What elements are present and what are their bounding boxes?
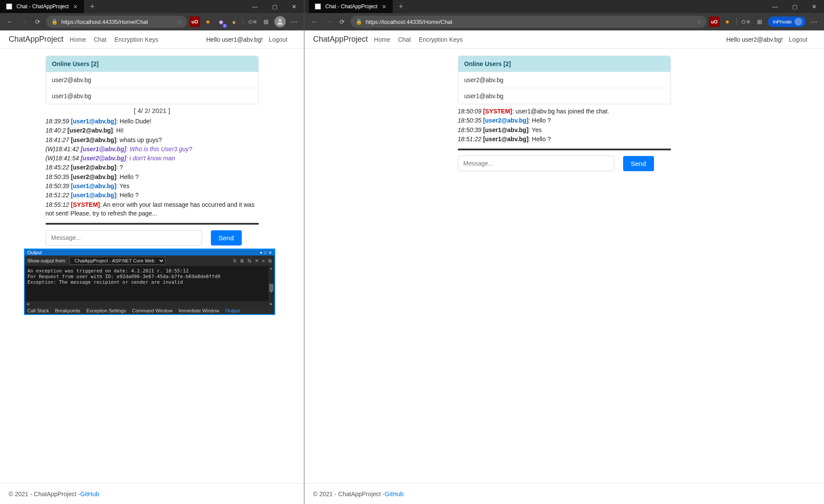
forward-button[interactable]: → xyxy=(18,16,30,27)
minimize-button[interactable]: ― xyxy=(765,0,785,13)
favorites-icon[interactable]: ✩≡ xyxy=(740,16,751,27)
vs-toolbar: Show output from: ChatAppProject - ASP.N… xyxy=(25,255,274,266)
vs-max-icon[interactable]: □ xyxy=(264,250,267,255)
extension-orange-icon[interactable]: ● xyxy=(722,17,733,27)
minimize-button[interactable]: ― xyxy=(245,0,265,13)
favorite-icon[interactable]: ✩ xyxy=(697,19,701,25)
extension-orange-icon[interactable]: ● xyxy=(203,17,213,27)
vs-tab-immediate-window[interactable]: Immediate Window xyxy=(179,308,220,313)
chat-message: 18:50:35 [user2@abv.bg]: Hello ? xyxy=(46,172,259,181)
online-user-item[interactable]: user1@abv.bg xyxy=(458,88,671,104)
vs-tab-command-window[interactable]: Command Window xyxy=(132,308,173,313)
logout-link[interactable]: Logout xyxy=(789,36,807,43)
menu-button[interactable]: ⋯ xyxy=(808,16,820,27)
vs-title-text: Output xyxy=(27,250,42,255)
chat-message: 18:51:22 [user1@abv.bg]: Hello ? xyxy=(458,135,671,143)
vs-tb-icon[interactable]: ✕ xyxy=(255,258,259,264)
nav-home[interactable]: Home xyxy=(374,36,390,43)
ublock-icon[interactable]: uO xyxy=(190,17,200,27)
close-tab-icon[interactable]: ✕ xyxy=(73,3,78,10)
msg-user: [user1@abv.bg] xyxy=(71,192,116,199)
chat-message: 18:55:12 [SYSTEM]: An error with your la… xyxy=(46,200,259,218)
message-input[interactable] xyxy=(458,156,614,171)
inprivate-badge[interactable]: InPrivate xyxy=(768,17,806,27)
nav-encryption-keys[interactable]: Encryption Keys xyxy=(114,36,158,43)
new-tab-button[interactable]: + xyxy=(396,2,406,11)
vs-close-icon[interactable]: ✕ xyxy=(268,250,272,255)
online-users-header: Online Users [2] xyxy=(46,56,258,72)
hello-user: Hello user1@abv.bg! xyxy=(206,36,263,43)
lock-icon: 🔒 xyxy=(51,19,58,25)
address-field[interactable]: 🔒 https://localhost:44335/Home/Chat ✩ xyxy=(46,16,187,28)
maximize-button[interactable]: ▢ xyxy=(785,0,804,13)
maximize-button[interactable]: ▢ xyxy=(265,0,284,13)
brand[interactable]: ChatAppProject xyxy=(313,35,368,44)
refresh-button[interactable]: ⟳ xyxy=(337,16,348,27)
msg-timestamp: 18:50:09 xyxy=(458,108,483,115)
vs-hscroll[interactable]: ◀▶ xyxy=(25,301,274,307)
msg-text: : Hello ? xyxy=(116,173,138,180)
refresh-button[interactable]: ⟳ xyxy=(32,16,43,27)
separator xyxy=(736,18,737,26)
vs-tb-icon[interactable]: ≣ xyxy=(240,258,244,264)
message-input[interactable] xyxy=(46,230,202,245)
lock-icon: 🔒 xyxy=(356,19,362,25)
vs-tb-icon[interactable]: ⇆ xyxy=(247,258,251,264)
browser-tab[interactable]: Chat - ChatAppProject ✕ xyxy=(0,0,84,13)
vs-tb-icon[interactable]: ≡ xyxy=(262,258,265,264)
send-button[interactable]: Send xyxy=(623,156,654,171)
toolbar-extensions: uO ● ✩≡ ⊞ InPrivate ⋯ xyxy=(709,16,820,27)
brand[interactable]: ChatAppProject xyxy=(9,35,63,44)
nav-encryption-keys[interactable]: Encryption Keys xyxy=(419,36,463,43)
new-tab-button[interactable]: + xyxy=(87,2,97,11)
msg-text: : Hello ? xyxy=(116,192,138,199)
vs-tab-output[interactable]: Output xyxy=(225,308,240,313)
chat-message: 18:45:22 [user2@abv.bg]: ? xyxy=(46,163,259,172)
extension-purple-icon[interactable]: ◆7 xyxy=(216,17,226,27)
vs-panel-title[interactable]: Output ▾ □ ✕ xyxy=(25,249,274,255)
close-window-button[interactable]: ✕ xyxy=(804,0,824,13)
vs-tb-icon[interactable]: ⧉ xyxy=(268,258,272,264)
back-button[interactable]: ← xyxy=(309,16,320,27)
send-button[interactable]: Send xyxy=(211,230,242,245)
msg-text: : user1@abv.bg has joined the chat. xyxy=(512,108,609,115)
collections-icon[interactable]: ⊞ xyxy=(754,16,765,27)
github-link[interactable]: GitHub xyxy=(80,491,99,497)
favorites-icon[interactable]: ✩≡ xyxy=(247,16,258,27)
close-tab-icon[interactable]: ✕ xyxy=(382,3,387,10)
vs-tab-exception-settings[interactable]: Exception Settings xyxy=(87,308,126,313)
vs-source-select[interactable]: ChatAppProject - ASP.NET Core Web Server xyxy=(70,257,165,265)
forward-button[interactable]: → xyxy=(323,16,334,27)
online-users-card: Online Users [2] user2@abv.bg user1@abv.… xyxy=(458,56,671,104)
close-window-button[interactable]: ✕ xyxy=(284,0,304,13)
online-user-item[interactable]: user2@abv.bg xyxy=(458,72,671,88)
online-user-item[interactable]: user1@abv.bg xyxy=(46,88,258,104)
extension-cookie-icon[interactable]: ● xyxy=(229,17,239,27)
back-button[interactable]: ← xyxy=(4,16,16,27)
vs-tb-icon[interactable]: ⎘ xyxy=(234,258,237,264)
msg-text: : Yes xyxy=(116,182,129,189)
vs-output-body[interactable]: An exception was triggered on date: 4.2.… xyxy=(25,266,274,301)
vs-vscroll[interactable]: ▲▼ xyxy=(268,266,274,301)
online-user-item[interactable]: user2@abv.bg xyxy=(46,72,258,88)
logout-link[interactable]: Logout xyxy=(269,36,287,43)
divider xyxy=(46,223,259,225)
favorite-icon[interactable]: ✩ xyxy=(177,19,182,25)
vs-tab-breakpoints[interactable]: Breakpoints xyxy=(55,308,80,313)
chat-message: 18:41:27 [user3@abv.bg]: whats up guys? xyxy=(46,136,259,144)
msg-timestamp: 18:45:22 xyxy=(46,164,71,171)
profile-avatar[interactable] xyxy=(274,16,286,27)
menu-button[interactable]: ⋯ xyxy=(288,16,300,27)
vs-tab-callstack[interactable]: Call Stack xyxy=(27,308,49,313)
nav-chat[interactable]: Chat xyxy=(398,36,411,43)
browser-tab[interactable]: Chat - ChatAppProject ✕ xyxy=(309,0,393,13)
address-field[interactable]: 🔒 https://localhost:44335/Home/Chat ✩ xyxy=(350,16,707,28)
nav-chat[interactable]: Chat xyxy=(93,36,107,43)
github-link[interactable]: GitHub xyxy=(384,491,404,497)
nav-home[interactable]: Home xyxy=(70,36,86,43)
ublock-icon[interactable]: uO xyxy=(709,17,720,27)
vs-pin-icon[interactable]: ▾ xyxy=(260,250,262,255)
msg-timestamp: 18:50:39 xyxy=(458,126,483,133)
msg-user: [SYSTEM] xyxy=(483,108,512,115)
collections-icon[interactable]: ⊞ xyxy=(260,16,272,27)
